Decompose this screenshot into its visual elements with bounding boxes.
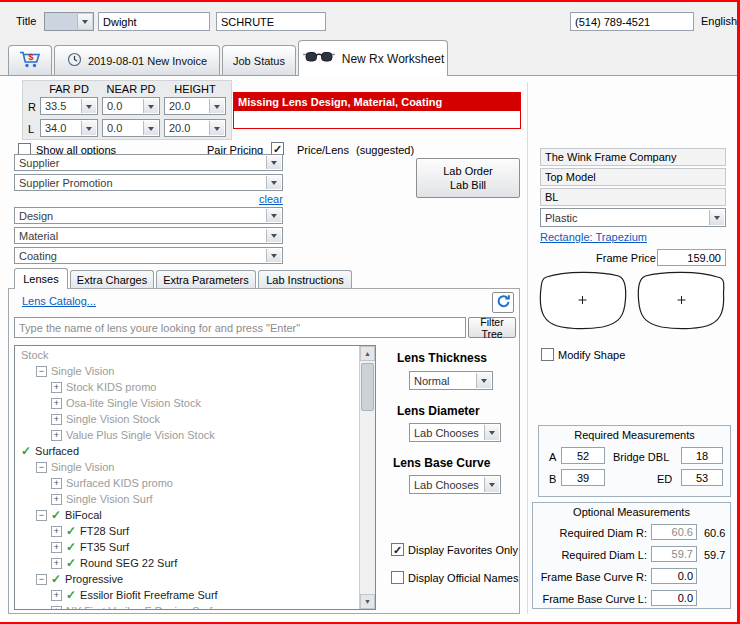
chevron-down-icon[interactable] bbox=[266, 209, 281, 222]
frame-company-field[interactable]: The Wink Frame Company bbox=[540, 148, 726, 166]
lens-catalog-link[interactable]: Lens Catalog... bbox=[22, 295, 96, 307]
required-diam-l-field[interactable]: 59.7 bbox=[651, 546, 697, 562]
chevron-down-icon[interactable] bbox=[209, 121, 224, 135]
frame-base-curve-l-field[interactable]: 0.0 bbox=[651, 590, 697, 606]
far-pd-l-select[interactable]: 34.0 bbox=[40, 119, 98, 137]
tab-cart[interactable]: $ bbox=[8, 45, 52, 75]
collapse-icon[interactable]: − bbox=[36, 462, 47, 473]
tree-item[interactable]: −Single Vision bbox=[15, 459, 359, 475]
far-pd-r-select[interactable]: 33.5 bbox=[40, 97, 98, 115]
scrollbar-thumb[interactable] bbox=[361, 363, 374, 411]
height-l-select[interactable]: 20.0 bbox=[164, 119, 226, 137]
tab-lenses[interactable]: Lenses bbox=[14, 268, 68, 289]
required-diam-r-field[interactable]: 60.6 bbox=[651, 524, 697, 540]
last-name-field[interactable]: SCHRUTE bbox=[216, 12, 326, 31]
expand-icon[interactable]: + bbox=[51, 590, 62, 601]
modify-shape-checkbox[interactable] bbox=[541, 348, 554, 361]
tab-rx-worksheet[interactable]: New Rx Worksheet bbox=[298, 40, 448, 76]
scroll-up-icon[interactable]: ▲ bbox=[360, 346, 375, 361]
chevron-down-icon[interactable] bbox=[476, 373, 491, 388]
frame-price-field[interactable]: 159.00 bbox=[657, 249, 726, 266]
tree-item[interactable]: +Osa-lite Single Vision Stock bbox=[15, 395, 359, 411]
tab-job-status[interactable]: Job Status bbox=[222, 45, 296, 75]
expand-icon[interactable]: + bbox=[51, 478, 62, 489]
near-pd-r-select[interactable]: 0.0 bbox=[102, 97, 160, 115]
language-label[interactable]: English bbox=[701, 15, 737, 27]
chevron-down-icon[interactable] bbox=[266, 176, 281, 189]
collapse-icon[interactable]: − bbox=[36, 510, 47, 521]
frame-material-select[interactable]: Plastic bbox=[540, 208, 726, 227]
expand-icon[interactable]: + bbox=[51, 430, 62, 441]
tab-lab-instructions[interactable]: Lab Instructions bbox=[258, 270, 352, 289]
frame-color-field[interactable]: BL bbox=[540, 188, 726, 206]
lens-search-input[interactable] bbox=[14, 317, 466, 338]
lens-tree[interactable]: Stock−Single Vision+Stock KIDS promo+Osa… bbox=[14, 345, 376, 610]
tree-item[interactable]: −✓BiFocal bbox=[15, 507, 359, 523]
display-favorites-checkbox[interactable] bbox=[391, 543, 404, 556]
supplier-select[interactable]: Supplier bbox=[14, 154, 283, 171]
tab-extra-charges[interactable]: Extra Charges bbox=[70, 270, 154, 289]
coating-select[interactable]: Coating bbox=[14, 247, 283, 264]
first-name-field[interactable]: Dwight bbox=[98, 12, 210, 31]
tree-item[interactable]: −Single Vision bbox=[15, 363, 359, 379]
lab-order-bill-button[interactable]: Lab Order Lab Bill bbox=[416, 158, 520, 198]
lens-thickness-select[interactable]: Normal bbox=[409, 371, 493, 390]
ed-field[interactable]: 53 bbox=[681, 469, 723, 486]
expand-icon[interactable]: + bbox=[51, 494, 62, 505]
chevron-down-icon[interactable] bbox=[209, 99, 224, 113]
frame-base-curve-r-field[interactable]: 0.0 bbox=[651, 568, 697, 584]
tab-extra-parameters[interactable]: Extra Parameters bbox=[156, 270, 256, 289]
height-r-select[interactable]: 20.0 bbox=[164, 97, 226, 115]
display-official-checkbox[interactable] bbox=[391, 571, 404, 584]
supplier-promotion-select[interactable]: Supplier Promotion bbox=[14, 174, 283, 191]
bridge-dbl-field[interactable]: 18 bbox=[681, 447, 723, 464]
collapse-icon[interactable]: − bbox=[36, 574, 47, 585]
tree-item[interactable]: +NY First Varilux E Design Surf bbox=[15, 603, 359, 609]
chevron-down-icon[interactable] bbox=[81, 121, 96, 135]
expand-icon[interactable]: + bbox=[51, 542, 62, 553]
lens-base-curve-select[interactable]: Lab Chooses bbox=[409, 475, 501, 494]
design-select[interactable]: Design bbox=[14, 207, 283, 224]
scroll-down-icon[interactable]: ▼ bbox=[360, 594, 375, 609]
expand-icon[interactable]: + bbox=[51, 414, 62, 425]
expand-icon[interactable]: + bbox=[51, 398, 62, 409]
chevron-down-icon[interactable] bbox=[484, 477, 499, 492]
title-select[interactable] bbox=[44, 12, 94, 31]
chevron-down-icon[interactable] bbox=[143, 121, 158, 135]
frame-shape-link[interactable]: Rectangle: Trapezium bbox=[540, 231, 647, 243]
expand-icon[interactable]: + bbox=[51, 382, 62, 393]
tree-item[interactable]: +Value Plus Single Vision Stock bbox=[15, 427, 359, 443]
tree-item[interactable]: +✓FT28 Surf bbox=[15, 523, 359, 539]
b-field[interactable]: 39 bbox=[561, 469, 605, 486]
tree-item[interactable]: +Surfaced KIDS promo bbox=[15, 475, 359, 491]
chevron-down-icon[interactable] bbox=[266, 229, 281, 242]
collapse-icon[interactable]: − bbox=[36, 366, 47, 377]
chevron-down-icon[interactable] bbox=[266, 249, 281, 262]
tree-item[interactable]: +Single Vision Stock bbox=[15, 411, 359, 427]
tree-item[interactable]: +✓FT35 Surf bbox=[15, 539, 359, 555]
near-pd-l-select[interactable]: 0.0 bbox=[102, 119, 160, 137]
a-field[interactable]: 52 bbox=[561, 447, 605, 464]
chevron-down-icon[interactable] bbox=[266, 156, 281, 169]
tree-item[interactable]: +✓Round SEG 22 Surf bbox=[15, 555, 359, 571]
expand-icon[interactable]: + bbox=[51, 558, 62, 569]
tree-item[interactable]: +Single Vision Surf bbox=[15, 491, 359, 507]
expand-icon[interactable]: + bbox=[51, 526, 62, 537]
tree-item[interactable]: Stock bbox=[15, 347, 359, 363]
chevron-down-icon[interactable] bbox=[143, 99, 158, 113]
refresh-button[interactable] bbox=[492, 292, 514, 313]
tab-new-invoice[interactable]: 2019-08-01 New Invoice bbox=[54, 45, 220, 75]
chevron-down-icon[interactable] bbox=[484, 425, 499, 440]
tree-item[interactable]: +Stock KIDS promo bbox=[15, 379, 359, 395]
lens-diameter-select[interactable]: Lab Chooses bbox=[409, 423, 501, 442]
chevron-down-icon[interactable] bbox=[709, 210, 724, 225]
material-select[interactable]: Material bbox=[14, 227, 283, 244]
filter-tree-button[interactable]: Filter Tree bbox=[468, 317, 516, 338]
phone-field[interactable]: (514) 789-4521 bbox=[570, 12, 694, 31]
tree-item[interactable]: −✓Progressive bbox=[15, 571, 359, 587]
frame-model-field[interactable]: Top Model bbox=[540, 168, 726, 186]
tree-item[interactable]: +✓Essilor Biofit Freeframe Surf bbox=[15, 587, 359, 603]
clear-link[interactable]: clear bbox=[259, 193, 283, 205]
tree-scrollbar[interactable]: ▲ ▼ bbox=[359, 346, 375, 609]
tree-item[interactable]: ✓Surfaced bbox=[15, 443, 359, 459]
